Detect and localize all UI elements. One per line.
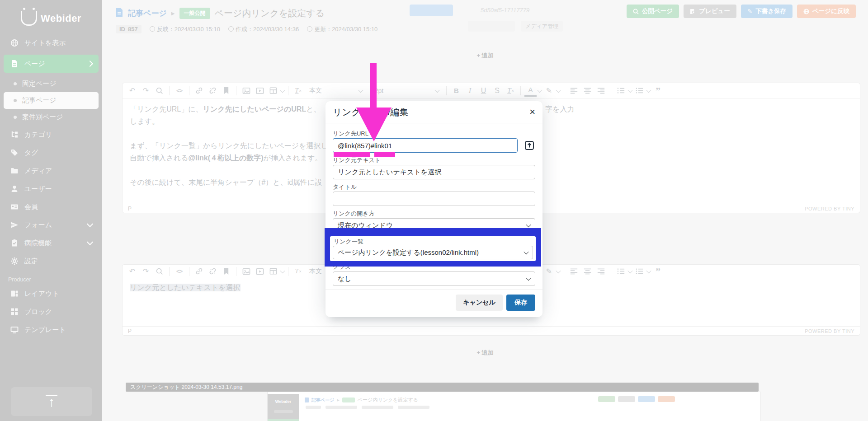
- chevron-down-icon[interactable]: [646, 87, 651, 92]
- bookmark-icon[interactable]: [220, 266, 232, 277]
- chevron-down-icon[interactable]: [537, 87, 542, 92]
- sidebar-item-forms[interactable]: フォーム: [4, 216, 99, 234]
- table-icon[interactable]: [267, 85, 279, 96]
- public-page-button[interactable]: 公開ページ: [627, 5, 679, 18]
- chevron-down-icon[interactable]: [556, 87, 561, 92]
- chevron-down-icon[interactable]: [556, 268, 561, 273]
- sidebar-item-members[interactable]: 会員: [4, 198, 99, 216]
- bullet-list-icon[interactable]: [633, 85, 646, 96]
- sidebar-item-article-pages[interactable]: 記事ページ: [4, 92, 99, 109]
- chevron-down-icon[interactable]: [280, 87, 285, 92]
- underline-icon[interactable]: U: [477, 85, 490, 96]
- clear-formatting-icon[interactable]: T×: [505, 85, 517, 96]
- search-icon[interactable]: [153, 85, 165, 96]
- sidebar-item-settings[interactable]: 設定: [4, 252, 99, 270]
- sidebar-item-label: 会員: [24, 203, 38, 211]
- chevron-down-icon[interactable]: [627, 268, 632, 273]
- unlink-icon[interactable]: [207, 85, 219, 96]
- link-text-input[interactable]: [333, 165, 535, 179]
- block-format-select[interactable]: 本文: [306, 85, 366, 96]
- sidebar-item-case-pages[interactable]: 案件別ページ: [4, 109, 99, 126]
- preview-button[interactable]: プレビュー: [684, 5, 736, 18]
- blockquote-icon[interactable]: ”: [652, 266, 664, 277]
- redo-icon[interactable]: ↷: [140, 266, 152, 277]
- blockquote-icon[interactable]: ”: [652, 85, 664, 96]
- bookmark-icon[interactable]: [220, 85, 232, 96]
- chevron-down-icon[interactable]: [627, 87, 632, 92]
- numbered-list-icon[interactable]: [615, 266, 627, 277]
- dialog-footer: キャンセル 保存: [326, 290, 542, 317]
- redo-icon[interactable]: ↷: [140, 85, 152, 96]
- sidebar-item-users[interactable]: ユーザー: [4, 180, 99, 198]
- breadcrumb-section-link[interactable]: 記事ページ: [128, 8, 167, 19]
- search-icon[interactable]: [153, 266, 165, 277]
- source-code-icon[interactable]: <>: [173, 85, 185, 96]
- bold-icon[interactable]: B: [450, 85, 462, 96]
- title-input[interactable]: [333, 192, 535, 206]
- sidebar-item-view-site[interactable]: サイトを表示: [4, 34, 99, 52]
- element-path[interactable]: P: [128, 206, 132, 212]
- clear-formatting-icon[interactable]: T×: [292, 266, 304, 277]
- meta-created: 作成：2024/03/30 14:36: [228, 25, 299, 33]
- blocks-icon: [10, 307, 19, 316]
- browse-files-icon[interactable]: [524, 140, 535, 151]
- image-icon[interactable]: [240, 85, 252, 96]
- align-left-icon[interactable]: [568, 266, 580, 277]
- image-icon[interactable]: [240, 266, 252, 277]
- sidebar-item-blocks[interactable]: ブロック: [4, 303, 99, 321]
- sidebar-item-tags[interactable]: タグ: [4, 144, 99, 162]
- publish-page-button[interactable]: ページに反映: [797, 5, 856, 18]
- link-icon[interactable]: [193, 85, 205, 96]
- link-list-select[interactable]: ページ内リンクを設定する(lesson02/link.html): [333, 246, 533, 259]
- add-block-button-top[interactable]: + 追加: [102, 51, 868, 60]
- clear-formatting-icon[interactable]: T×: [292, 85, 304, 96]
- add-block-button-bottom[interactable]: + 追加: [102, 349, 868, 357]
- breadcrumb: 記事ページ ▶ 一般公開 ページ内リンクを設定する: [115, 7, 325, 19]
- undo-icon[interactable]: ↶: [126, 266, 138, 277]
- class-select[interactable]: なし: [333, 271, 535, 286]
- strikethrough-icon[interactable]: S: [491, 85, 503, 96]
- faint-gray-chip[interactable]: [468, 21, 515, 32]
- save-draft-button[interactable]: ✎ 下書き保存: [741, 5, 793, 18]
- scroll-to-top-button[interactable]: ↑: [11, 387, 92, 416]
- undo-icon[interactable]: ↶: [126, 85, 138, 96]
- bullet-list-icon[interactable]: [633, 266, 646, 277]
- bullet-icon: [14, 82, 17, 85]
- font-size-select[interactable]: 12pt: [368, 85, 443, 96]
- cancel-button[interactable]: キャンセル: [456, 295, 503, 311]
- sidebar-item-layout[interactable]: レイアウト: [4, 285, 99, 303]
- align-left-icon[interactable]: [568, 85, 580, 96]
- powered-by-tiny[interactable]: POWERED BY TINY: [805, 206, 854, 211]
- sidebar-item-category[interactable]: カテゴリ: [4, 126, 99, 144]
- sidebar-item-media[interactable]: メディア: [4, 162, 99, 180]
- align-right-icon[interactable]: [595, 85, 607, 96]
- text-color-icon[interactable]: A: [524, 84, 537, 97]
- media-manage-chip[interactable]: メディア管理: [521, 21, 563, 32]
- source-code-icon[interactable]: <>: [173, 266, 185, 277]
- powered-by-tiny[interactable]: POWERED BY TINY: [805, 328, 854, 334]
- faint-blue-chip[interactable]: [410, 5, 453, 16]
- sidebar-item-templates[interactable]: テンプレート: [4, 321, 99, 339]
- element-path[interactable]: P: [128, 328, 132, 334]
- align-center-icon[interactable]: [581, 266, 594, 277]
- align-center-icon[interactable]: [581, 85, 594, 96]
- chevron-down-icon[interactable]: [280, 268, 285, 273]
- table-icon[interactable]: [267, 266, 279, 277]
- video-icon[interactable]: [254, 266, 266, 277]
- save-button[interactable]: 保存: [506, 295, 535, 311]
- close-icon[interactable]: ×: [529, 107, 535, 117]
- attachment-filename-bar[interactable]: スクリーンショット 2024-03-30 14.53.17.png: [126, 383, 759, 392]
- chevron-down-icon: [434, 87, 439, 92]
- link-icon[interactable]: [193, 266, 205, 277]
- align-right-icon[interactable]: [595, 266, 607, 277]
- sidebar-item-pages[interactable]: ページ: [4, 55, 99, 73]
- unlink-icon[interactable]: [207, 266, 219, 277]
- numbered-list-icon[interactable]: [615, 85, 627, 96]
- highlight-color-icon[interactable]: ✎: [543, 266, 555, 277]
- italic-icon[interactable]: I: [464, 85, 476, 96]
- chevron-down-icon[interactable]: [646, 268, 651, 273]
- video-icon[interactable]: [254, 85, 266, 96]
- highlight-color-icon[interactable]: ✎: [543, 85, 555, 96]
- sidebar-item-hospital-functions[interactable]: 病院機能: [4, 234, 99, 252]
- sidebar-item-fixed-pages[interactable]: 固定ページ: [4, 75, 99, 92]
